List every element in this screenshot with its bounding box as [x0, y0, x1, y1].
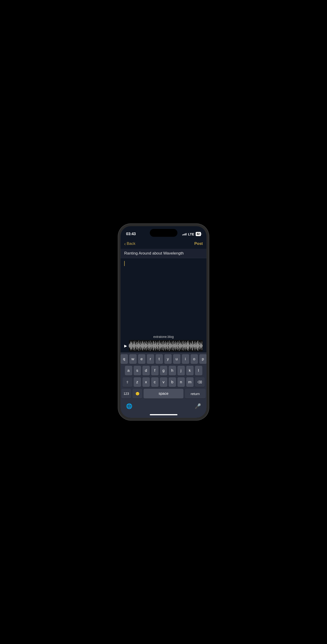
svg-rect-12: [135, 341, 135, 350]
home-indicator: [121, 411, 206, 418]
svg-rect-99: [178, 341, 178, 350]
svg-rect-114: [185, 341, 185, 350]
svg-rect-145: [200, 343, 200, 348]
svg-rect-30: [144, 342, 144, 349]
back-label: Back: [127, 242, 136, 246]
mic-icon[interactable]: 🎤: [195, 403, 201, 409]
key-b[interactable]: b: [169, 377, 176, 387]
signal-bar-4: [186, 233, 186, 236]
back-button[interactable]: ‹ Back: [124, 242, 135, 246]
key-l[interactable]: l: [195, 366, 202, 376]
audio-player[interactable]: ▶: [124, 340, 203, 352]
svg-rect-65: [161, 342, 161, 350]
key-c[interactable]: c: [151, 377, 159, 387]
key-o[interactable]: o: [191, 354, 198, 364]
svg-rect-31: [144, 344, 144, 347]
svg-rect-27: [142, 342, 142, 350]
post-button[interactable]: Post: [194, 242, 203, 246]
key-d[interactable]: d: [142, 366, 150, 376]
play-button[interactable]: ▶: [124, 344, 127, 348]
svg-rect-50: [153, 341, 154, 350]
key-z[interactable]: z: [134, 377, 141, 387]
svg-rect-3: [130, 342, 130, 349]
svg-rect-56: [156, 344, 157, 347]
backspace-key[interactable]: ⌫: [195, 377, 205, 387]
key-n[interactable]: n: [177, 377, 185, 387]
svg-rect-22: [140, 342, 140, 349]
svg-rect-64: [160, 343, 161, 348]
key-r[interactable]: r: [147, 354, 154, 364]
svg-rect-98: [177, 343, 177, 348]
svg-rect-127: [191, 344, 192, 348]
key-x[interactable]: x: [142, 377, 150, 387]
key-w[interactable]: w: [129, 354, 137, 364]
svg-rect-52: [154, 342, 155, 349]
svg-rect-10: [134, 344, 134, 347]
svg-rect-6: [132, 342, 132, 350]
space-key[interactable]: space: [144, 389, 183, 398]
svg-rect-43: [150, 341, 150, 351]
home-bar: [150, 414, 177, 415]
svg-rect-24: [141, 341, 141, 350]
key-g[interactable]: g: [160, 366, 167, 376]
svg-rect-53: [155, 344, 155, 348]
svg-rect-132: [194, 342, 194, 349]
svg-rect-42: [150, 342, 150, 349]
svg-rect-36: [147, 344, 147, 347]
audio-section: extratone.blog ▶: [121, 333, 206, 352]
svg-rect-93: [175, 344, 175, 347]
silent-switch: [118, 249, 119, 256]
svg-rect-136: [196, 344, 196, 347]
key-v[interactable]: v: [160, 377, 167, 387]
svg-rect-71: [164, 344, 164, 348]
key-e[interactable]: e: [138, 354, 145, 364]
svg-rect-87: [172, 344, 172, 348]
key-h[interactable]: h: [169, 366, 176, 376]
key-i[interactable]: i: [182, 354, 189, 364]
svg-rect-129: [192, 341, 193, 350]
audio-source-label: extratone.blog: [124, 335, 203, 338]
waveform-svg: [129, 340, 203, 352]
signal-indicator: [182, 233, 186, 236]
svg-rect-46: [151, 342, 152, 350]
numbers-key[interactable]: 123: [121, 389, 131, 398]
svg-rect-142: [199, 342, 199, 349]
svg-rect-148: [202, 342, 202, 350]
svg-rect-23: [140, 345, 140, 347]
key-u[interactable]: u: [173, 354, 180, 364]
key-p[interactable]: p: [199, 354, 207, 364]
shift-key[interactable]: ⇧: [123, 377, 132, 387]
svg-rect-105: [181, 342, 181, 350]
svg-rect-104: [180, 343, 180, 348]
key-f[interactable]: f: [151, 366, 159, 376]
status-right: LTE 82: [182, 232, 201, 236]
svg-rect-89: [173, 345, 173, 347]
svg-rect-81: [169, 342, 169, 349]
svg-rect-84: [170, 343, 171, 348]
key-m[interactable]: m: [186, 377, 194, 387]
svg-rect-92: [174, 342, 174, 349]
key-q[interactable]: q: [121, 354, 128, 364]
key-k[interactable]: k: [186, 366, 194, 376]
svg-rect-112: [184, 342, 184, 349]
svg-rect-88: [172, 342, 172, 350]
svg-rect-86: [171, 344, 171, 347]
return-key[interactable]: return: [185, 389, 206, 398]
svg-rect-122: [189, 344, 189, 348]
svg-rect-57: [157, 342, 157, 350]
svg-rect-47: [152, 345, 152, 347]
key-t[interactable]: t: [156, 354, 163, 364]
globe-icon[interactable]: 🌐: [126, 403, 132, 409]
svg-rect-121: [188, 342, 189, 349]
key-j[interactable]: j: [177, 366, 185, 376]
key-a[interactable]: a: [125, 366, 132, 376]
key-y[interactable]: y: [164, 354, 172, 364]
emoji-key[interactable]: 🙂: [133, 389, 142, 398]
key-s[interactable]: s: [134, 366, 141, 376]
svg-rect-118: [187, 343, 187, 348]
nav-bar: ‹ Back Post: [121, 238, 206, 249]
svg-rect-109: [182, 345, 183, 347]
svg-rect-139: [197, 341, 197, 350]
svg-rect-66: [161, 344, 162, 347]
content-editor[interactable]: [121, 258, 206, 333]
